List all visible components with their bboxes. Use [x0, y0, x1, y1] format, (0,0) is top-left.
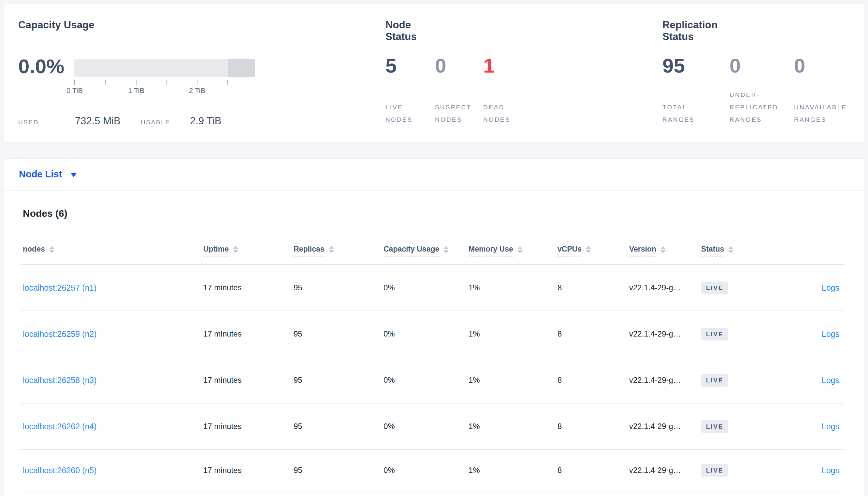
total-ranges-stat: 95 TOTAL RANGES [662, 56, 730, 126]
status-badge: LIVE [701, 328, 728, 340]
status-badge: LIVE [701, 374, 728, 387]
column-header-uptime[interactable]: Uptime [203, 245, 294, 257]
logs-link[interactable]: Logs [822, 466, 839, 475]
memory-use-cell: 1% [468, 466, 557, 475]
node-list-dropdown[interactable]: Node List [19, 169, 77, 180]
replicas-cell: 95 [294, 283, 384, 292]
capacity-usage-title: Capacity Usage [18, 19, 94, 31]
view-switcher-bar: Node List [4, 158, 864, 190]
axis-tick [105, 80, 106, 84]
usable-label: USABLE [141, 119, 190, 126]
node-link[interactable]: localhost:26259 (n2) [23, 329, 97, 339]
node-link[interactable]: localhost:26262 (n4) [23, 422, 97, 431]
column-header-memory-use[interactable]: Memory Use [468, 245, 557, 257]
replicas-cell: 95 [294, 466, 384, 475]
capacity-bar-reserved-segment [228, 59, 255, 77]
sort-icon [586, 246, 591, 253]
logs-link[interactable]: Logs [822, 422, 839, 431]
node-status-title: Node Status [386, 19, 417, 43]
axis-tick-label: 2 TiB [189, 87, 205, 95]
status-badge: LIVE [701, 281, 728, 294]
sort-icon [329, 246, 334, 253]
cluster-summary-card: Capacity Usage 0.0% 0 TiB 1 TiB 2 TiB [4, 4, 864, 142]
column-header-replicas[interactable]: Replicas [294, 245, 384, 257]
replication-stats: 95 TOTAL RANGES 0 UNDER- REPLICATED RANG… [662, 56, 868, 126]
logs-link[interactable]: Logs [822, 329, 839, 339]
column-header-version[interactable]: Version [629, 245, 701, 257]
usable-value: 2.9 TiB [190, 115, 222, 127]
under-replicated-count: 0 [730, 56, 794, 76]
memory-use-cell: 1% [468, 376, 557, 385]
vcpus-cell: 8 [557, 283, 629, 292]
nodes-table-body: localhost:26257 (n1) 17 minutes 95 0% 1%… [20, 265, 844, 492]
suspect-nodes-label: SUSPECT NODES [435, 101, 483, 126]
table-row: localhost:26262 (n4) 17 minutes 95 0% 1%… [20, 404, 844, 450]
live-nodes-label: LIVE NODES [386, 101, 435, 126]
node-list-dropdown-label: Node List [19, 169, 62, 180]
table-row: localhost:26260 (n5) 17 minutes 95 0% 1%… [20, 450, 844, 492]
node-link[interactable]: localhost:26257 (n1) [23, 283, 97, 292]
total-ranges-count: 95 [662, 56, 730, 76]
capacity-bar [74, 59, 255, 77]
status-badge: LIVE [701, 420, 728, 433]
uptime-cell: 17 minutes [203, 422, 294, 431]
unavailable-ranges-count: 0 [794, 56, 868, 76]
live-nodes-stat: 5 LIVE NODES [386, 56, 435, 126]
column-header-nodes[interactable]: nodes [23, 245, 203, 257]
table-row: localhost:26257 (n1) 17 minutes 95 0% 1%… [20, 265, 844, 311]
nodes-table-title: Nodes (6) [23, 208, 68, 219]
capacity-usage-panel: Capacity Usage 0.0% 0 TiB 1 TiB 2 TiB [18, 4, 377, 142]
cluster-overview-page: Capacity Usage 0.0% 0 TiB 1 TiB 2 TiB [0, 0, 868, 496]
memory-use-cell: 1% [468, 422, 557, 431]
node-status-stats: 5 LIVE NODES 0 SUSPECT NODES 1 DEAD NODE… [386, 56, 539, 126]
suspect-nodes-count: 0 [435, 56, 483, 76]
capacity-usage-cell: 0% [384, 422, 468, 431]
nodes-table: nodes Uptime Replicas Capacity Usage Mem… [20, 237, 844, 492]
nodes-table-card: Nodes (6) nodes Uptime Replicas Capacity… [4, 191, 864, 496]
table-row: localhost:26259 (n2) 17 minutes 95 0% 1%… [20, 311, 844, 357]
replicas-cell: 95 [294, 329, 384, 339]
status-badge: LIVE [701, 464, 728, 477]
axis-tick [74, 80, 75, 84]
capacity-usage-chart: 0.0% 0 TiB 1 TiB 2 TiB [18, 56, 255, 98]
logs-link[interactable]: Logs [822, 376, 839, 385]
suspect-nodes-stat: 0 SUSPECT NODES [435, 56, 483, 126]
memory-use-cell: 1% [468, 283, 557, 292]
capacity-bar-chart: 0 TiB 1 TiB 2 TiB [74, 59, 255, 98]
replicas-cell: 95 [294, 422, 384, 431]
axis-tick [136, 80, 136, 84]
uptime-cell: 17 minutes [203, 329, 294, 339]
vcpus-cell: 8 [557, 466, 629, 475]
capacity-usage-cell: 0% [384, 466, 468, 475]
vcpus-cell: 8 [557, 376, 629, 385]
table-row: localhost:26258 (n3) 17 minutes 95 0% 1%… [20, 357, 844, 404]
nodes-table-header-row: nodes Uptime Replicas Capacity Usage Mem… [20, 237, 844, 265]
sort-icon [444, 246, 449, 253]
under-replicated-ranges-stat: 0 UNDER- REPLICATED RANGES [730, 56, 794, 126]
version-cell: v22.1.4-29-g… [629, 283, 701, 292]
dead-nodes-count: 1 [483, 56, 539, 76]
unavailable-ranges-label: UNAVAILABLE RANGES [794, 101, 868, 126]
column-header-status[interactable]: Status [701, 245, 776, 257]
dead-nodes-stat: 1 DEAD NODES [483, 56, 539, 126]
replicas-cell: 95 [294, 376, 384, 385]
total-ranges-label: TOTAL RANGES [662, 101, 730, 126]
under-replicated-label: UNDER- REPLICATED RANGES [730, 89, 794, 126]
capacity-usage-cell: 0% [384, 329, 468, 339]
sort-icon [518, 246, 523, 253]
logs-link[interactable]: Logs [822, 283, 839, 292]
version-cell: v22.1.4-29-g… [629, 422, 701, 431]
uptime-cell: 17 minutes [203, 283, 294, 292]
axis-tick [166, 80, 167, 84]
live-nodes-count: 5 [386, 56, 435, 76]
column-header-vcpus[interactable]: vCPUs [557, 245, 629, 257]
node-link[interactable]: localhost:26260 (n5) [23, 466, 97, 475]
column-header-capacity-usage[interactable]: Capacity Usage [384, 245, 468, 257]
vcpus-cell: 8 [557, 422, 629, 431]
capacity-usage-cell: 0% [384, 283, 468, 292]
sort-icon [660, 246, 666, 253]
unavailable-ranges-stat: 0 UNAVAILABLE RANGES [794, 56, 868, 126]
memory-use-cell: 1% [468, 329, 557, 339]
sort-icon [49, 246, 55, 253]
node-link[interactable]: localhost:26258 (n3) [23, 376, 97, 385]
